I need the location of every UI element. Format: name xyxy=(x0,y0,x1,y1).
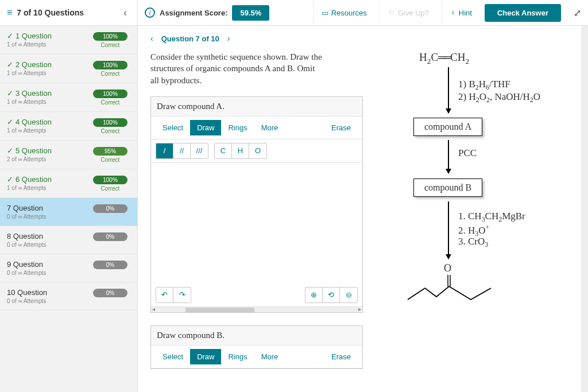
question-title: 10 Question xyxy=(7,288,47,297)
sidebar-item-10-question[interactable]: 10 Question0 of ∞ Attempts0% xyxy=(0,282,137,311)
question-progress: 7 of 10 Questions xyxy=(17,8,84,17)
checkmark-icon: ✓ xyxy=(7,32,13,40)
collapse-sidebar-icon[interactable]: ‹ xyxy=(120,7,130,19)
score-pill: 0% xyxy=(93,232,127,241)
question-nav-label: Question 7 of 10 xyxy=(161,34,219,43)
sidebar-item-8-question[interactable]: 8 Question0 of ∞ Attempts0% xyxy=(0,226,137,254)
question-title: 6 Question xyxy=(16,175,52,184)
info-icon[interactable]: i xyxy=(145,7,155,18)
scheme-oxygen: O xyxy=(444,262,451,274)
panelB-tab-draw[interactable]: Draw xyxy=(190,349,221,364)
sidebar-item-6-question[interactable]: ✓6 Question1 of ∞ Attempts100%Correct xyxy=(0,169,137,198)
question-attempts: 0 of ∞ Attempts xyxy=(7,214,46,220)
draw-panel-a-title: Draw compound A. xyxy=(151,97,362,117)
draw-panel-b-title: Draw compound B. xyxy=(151,326,362,346)
fullscreen-icon[interactable]: ⤢ xyxy=(566,7,581,18)
score-label: Assignment Score: xyxy=(160,9,227,17)
status-label: Correct xyxy=(90,99,130,106)
sidebar-item-1-question[interactable]: ✓1 Question1 of ∞ Attempts100%Correct xyxy=(0,26,137,55)
zoom-in-icon[interactable]: ⊕ xyxy=(305,288,323,302)
score-pill: 0% xyxy=(93,204,127,213)
resources-link[interactable]: ▭Resources xyxy=(313,0,375,26)
status-label: Correct xyxy=(90,71,130,77)
redo-icon[interactable]: ↷ xyxy=(173,288,191,302)
check-answer-button[interactable]: Check Answer xyxy=(485,4,561,22)
panelB-tab-more[interactable]: More xyxy=(254,349,285,364)
scheme-step3c: 3. CrO3 xyxy=(458,236,488,249)
sidebar-item-4-question[interactable]: ✓4 Question1 of ∞ Attempts100%Correct xyxy=(0,112,137,141)
sidebar-item-2-question[interactable]: ✓2 Question1 of ∞ Attempts100%Correct xyxy=(0,55,137,83)
next-question-icon[interactable]: › xyxy=(227,34,230,43)
panelB-tab-rings[interactable]: Rings xyxy=(221,349,254,364)
reaction-scheme: H2C══CH2 1) B2H6/THF 2) H2O2, NaOH/H2O c… xyxy=(379,51,568,372)
question-attempts: 0 of ∞ Attempts xyxy=(7,298,47,304)
checkmark-icon: ✓ xyxy=(7,89,13,98)
checkmark-icon: ✓ xyxy=(7,60,13,69)
question-title: 7 Question xyxy=(7,204,43,212)
double-bond-icon[interactable]: // xyxy=(173,143,191,158)
question-attempts: 0 of ∞ Attempts xyxy=(7,270,46,276)
atom-o-button[interactable]: O xyxy=(249,143,266,158)
panelA-bond-tools: / // /// xyxy=(156,143,208,159)
score-pill: 95% xyxy=(93,147,127,156)
sidebar-item-9-question[interactable]: 9 Question0 of ∞ Attempts0% xyxy=(0,254,137,282)
folder-icon: ▭ xyxy=(322,9,328,17)
panelA-atom-tools: C H O xyxy=(214,143,267,159)
score-value: 59.5% xyxy=(232,5,269,21)
status-label: Correct xyxy=(90,185,130,192)
ketone-structure xyxy=(402,274,500,308)
scheme-step3a: 1. CH3CH2MgBr xyxy=(458,211,525,224)
draw-panel-b: Draw compound B. Select Draw Rings More … xyxy=(150,325,363,369)
score-pill: 100% xyxy=(93,176,127,184)
panelA-tab-erase[interactable]: Erase xyxy=(324,120,358,135)
status-label: Correct xyxy=(90,157,130,163)
undo-icon[interactable]: ↶ xyxy=(156,288,173,302)
sidebar-item-3-question[interactable]: ✓3 Question1 of ∞ Attempts100%Correct xyxy=(0,83,137,112)
checkmark-icon: ✓ xyxy=(7,118,13,126)
question-title: 2 Question xyxy=(16,60,52,69)
question-title: 4 Question xyxy=(16,118,52,126)
question-title: 8 Question xyxy=(7,232,43,240)
triple-bond-icon[interactable]: /// xyxy=(191,143,208,158)
panelA-tab-select[interactable]: Select xyxy=(156,120,190,135)
question-attempts: 0 of ∞ Attempts xyxy=(7,242,46,248)
atom-h-button[interactable]: H xyxy=(232,143,249,158)
score-pill: 0% xyxy=(93,289,127,297)
main-content: ‹ Question 7 of 10 › Consider the synthe… xyxy=(138,26,588,392)
score-pill: 0% xyxy=(93,261,127,269)
hint-link[interactable]: ♀Hint xyxy=(442,0,480,26)
zoom-reset-icon[interactable]: ⟲ xyxy=(323,288,340,302)
panelB-tab-select[interactable]: Select xyxy=(156,349,190,364)
question-sidebar: ✓1 Question1 of ∞ Attempts100%Correct✓2 … xyxy=(0,26,138,392)
checkmark-icon: ✓ xyxy=(7,146,13,155)
question-title: 9 Question xyxy=(7,260,43,269)
prev-question-icon[interactable]: ‹ xyxy=(150,34,153,43)
panelB-tab-erase[interactable]: Erase xyxy=(324,349,358,364)
panelA-tab-rings[interactable]: Rings xyxy=(221,120,254,135)
menu-icon[interactable]: ≡ xyxy=(7,7,12,18)
scheme-step1a: 1) B2H6/THF xyxy=(458,79,510,92)
panelA-tab-more[interactable]: More xyxy=(254,120,285,135)
single-bond-icon[interactable]: / xyxy=(156,143,173,158)
atom-c-button[interactable]: C xyxy=(215,143,232,158)
score-pill: 100% xyxy=(93,61,127,69)
question-attempts: 1 of ∞ Attempts xyxy=(7,127,52,134)
draw-panel-a: Draw compound A. Select Draw Rings More … xyxy=(150,96,363,313)
sidebar-item-5-question[interactable]: ✓5 Question2 of ∞ Attempts95%Correct xyxy=(0,141,137,169)
panelA-tab-draw[interactable]: Draw xyxy=(190,120,221,135)
compound-b-box: compound B xyxy=(413,178,482,197)
status-label: Correct xyxy=(90,42,130,48)
panelA-canvas[interactable] xyxy=(151,163,362,284)
question-title: 3 Question xyxy=(16,89,52,98)
flag-icon: ⚐ xyxy=(388,9,395,17)
question-attempts: 1 of ∞ Attempts xyxy=(7,70,52,76)
sidebar-item-7-question[interactable]: 7 Question0 of ∞ Attempts0% xyxy=(0,198,137,226)
question-attempts: 1 of ∞ Attempts xyxy=(7,41,52,48)
bulb-icon: ♀ xyxy=(450,9,456,17)
question-attempts: 2 of ∞ Attempts xyxy=(7,156,52,162)
question-title: 1 Question xyxy=(16,32,52,40)
scheme-step1b: 2) H2O2, NaOH/H2O xyxy=(458,91,540,104)
scheme-pcc: PCC xyxy=(458,148,477,159)
giveup-link: ⚐Give Up? xyxy=(380,0,437,26)
zoom-out-icon[interactable]: ⊖ xyxy=(340,288,357,302)
